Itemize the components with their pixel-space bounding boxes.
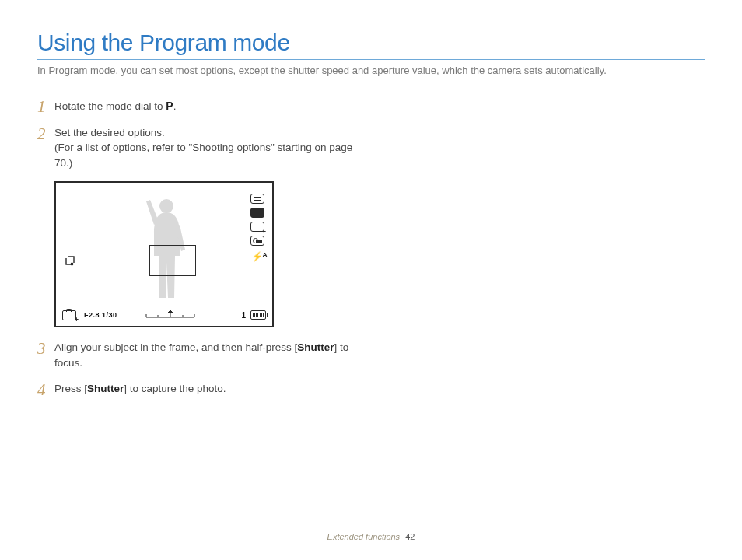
camera-plus-icon	[62, 310, 76, 320]
shots-remaining: 1	[241, 311, 246, 320]
step-text-after: .	[173, 100, 177, 112]
exposure-comp-icon	[250, 222, 264, 232]
image-stabilization-icon	[64, 254, 76, 267]
ordered-steps-cont: 3 Align your subject in the frame, and t…	[37, 340, 372, 397]
ordered-steps: 1 Rotate the mode dial to P. 2 Set the d…	[37, 98, 372, 170]
step-text-line1: Set the desired options.	[54, 127, 165, 138]
step-text: Rotate the mode dial to	[54, 100, 166, 112]
shutter-label: Shutter	[87, 383, 124, 394]
page-footer: Extended functions 42	[0, 532, 742, 541]
focus-rectangle-icon	[149, 245, 196, 276]
battery-icon	[250, 310, 266, 320]
step-3: 3 Align your subject in the frame, and t…	[37, 340, 372, 370]
step-number: 4	[37, 378, 46, 401]
footer-page-number: 42	[405, 532, 415, 541]
flash-auto-icon: ⚡ᴬ	[251, 251, 265, 262]
step-4: 4 Press [Shutter] to capture the photo.	[37, 381, 372, 397]
lcd-preview: ⚡ᴬ F2.8 1/30 1	[54, 181, 372, 327]
svg-point-0	[159, 199, 173, 213]
metering-icon	[250, 236, 264, 246]
size-icon	[250, 194, 264, 204]
left-column: 1 Rotate the mode dial to P. 2 Set the d…	[37, 98, 372, 397]
step-2: 2 Set the desired options. (For a list o…	[37, 125, 372, 171]
step-text-before: Press [	[54, 383, 87, 394]
shutter-label: Shutter	[297, 341, 334, 353]
page-title: Using the Program mode	[37, 30, 705, 56]
step-1: 1 Rotate the mode dial to P.	[37, 98, 372, 114]
step-text-before: Align your subject in the frame, and the…	[54, 341, 297, 353]
quality-icon	[250, 208, 264, 218]
step-text-after: ] to capture the photo.	[124, 383, 226, 394]
step-number: 1	[37, 95, 46, 118]
exposure-meter-icon	[145, 310, 196, 320]
intro-text: In Program mode, you can set most option…	[37, 65, 705, 76]
step-number: 3	[37, 337, 46, 360]
exposure-readout: F2.8 1/30	[84, 311, 117, 319]
lcd-bottom-row: F2.8 1/30 1	[62, 309, 266, 321]
footer-section: Extended functions	[327, 532, 401, 541]
lcd-screen: ⚡ᴬ F2.8 1/30 1	[54, 181, 274, 327]
svg-marker-8	[168, 310, 173, 313]
step-text-line2: (For a list of options, refer to "Shooti…	[54, 142, 352, 169]
title-rule	[37, 59, 705, 60]
step-number: 2	[37, 122, 46, 145]
p-mode-icon: P	[166, 100, 173, 112]
svg-point-1	[71, 264, 72, 265]
